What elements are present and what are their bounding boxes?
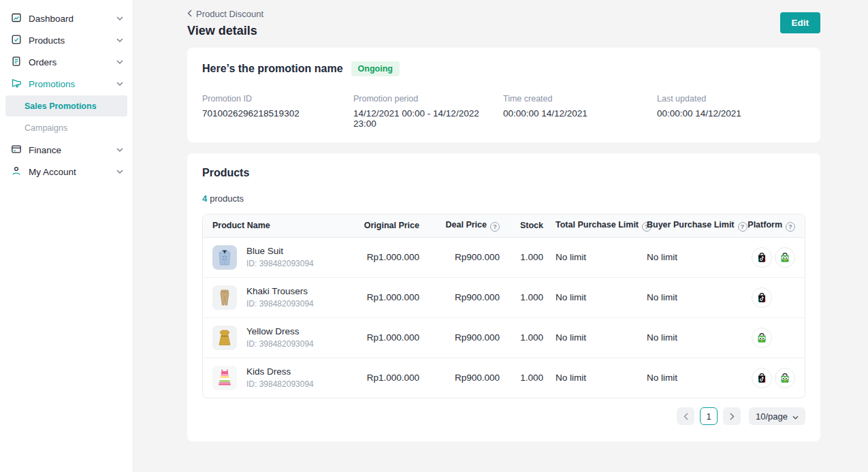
finance-icon [11, 144, 22, 157]
page-size-dropdown[interactable]: 10/page [749, 407, 805, 425]
dashboard-icon [11, 12, 22, 25]
promotion-summary-card: Here’s the promotion name Ongoing Promot… [187, 48, 820, 142]
table-header-row: Product Name Original Price Deal Price S… [203, 215, 805, 237]
sidebar-item-sales-promotions[interactable]: Sales Promotions [5, 95, 127, 116]
column-header-stock: Stock [500, 215, 543, 237]
products-count-suffix: products [210, 193, 244, 204]
last-updated-field: Last updated 00:00:00 14/12/2021 [657, 94, 805, 129]
table-row: Kids Dress ID: 398482093094 Rp1.000.000 … [203, 358, 805, 398]
chevron-down-icon [116, 82, 123, 86]
promotion-id-field: Promotion ID 7010026296218519302 [202, 94, 353, 129]
field-value: 14/12/2021 00:00 - 14/12/2022 23:00 [353, 108, 503, 129]
chevron-down-icon [116, 38, 123, 42]
stock: 1.000 [500, 317, 543, 358]
platform-icons [752, 287, 795, 308]
tiktok-shop-icon [752, 247, 772, 268]
chevron-down-icon [792, 411, 799, 422]
total-purchase-limit: No limit [543, 237, 647, 277]
sidebar-item-finance[interactable]: Finance [0, 139, 133, 161]
original-price: Rp1.000.000 [351, 237, 419, 277]
tiktok-shop-icon [752, 368, 772, 388]
sidebar-item-dashboard[interactable]: Dashboard [0, 7, 133, 29]
buyer-purchase-limit: No limit [647, 237, 748, 277]
product-name: Yellow Dress [246, 326, 314, 336]
original-price: Rp1.000.000 [351, 317, 419, 358]
field-value: 00:00:00 14/12/2021 [657, 108, 805, 119]
chevron-down-icon [116, 148, 123, 152]
deal-price: Rp900.000 [419, 358, 500, 398]
chevron-down-icon [116, 60, 123, 64]
deal-price: Rp900.000 [419, 317, 500, 358]
sub-item-label: Campaigns [25, 123, 67, 133]
stock: 1.000 [500, 277, 543, 317]
previous-page-button[interactable] [677, 407, 694, 425]
help-icon[interactable] [738, 222, 748, 232]
account-icon [11, 166, 22, 178]
sidebar-item-promotions[interactable]: Promotions [0, 73, 133, 95]
page-number-button[interactable]: 1 [700, 407, 718, 425]
tiktok-shop-icon [752, 287, 772, 308]
product-id: ID: 398482093094 [246, 379, 314, 389]
field-value: 00:00:00 14/12/2021 [503, 108, 657, 119]
breadcrumb[interactable]: Product Discount [187, 9, 263, 19]
time-created-field: Time created 00:00:00 14/12/2021 [503, 94, 657, 129]
sidebar-item-label: Orders [29, 57, 57, 67]
chevron-down-icon [116, 170, 123, 174]
platform-icons [752, 368, 795, 388]
status-badge: Ongoing [351, 61, 400, 76]
field-label: Promotion ID [202, 94, 353, 104]
product-thumbnail [212, 285, 237, 310]
edit-button[interactable]: Edit [780, 12, 821, 33]
sidebar-item-products[interactable]: Products [0, 29, 133, 51]
column-header-product-name: Product Name [203, 215, 351, 237]
products-table: Product Name Original Price Deal Price S… [202, 214, 805, 398]
product-name: Blue Suit [246, 246, 314, 256]
help-icon[interactable] [786, 222, 795, 232]
page-title: View details [187, 24, 263, 38]
product-thumbnail [212, 366, 237, 390]
product-id: ID: 398482093094 [246, 339, 314, 349]
column-header-original-price: Original Price [351, 215, 419, 237]
original-price: Rp1.000.000 [351, 358, 419, 398]
platform-icons [752, 328, 795, 348]
column-header-deal-price: Deal Price [419, 215, 500, 237]
tokopedia-icon [752, 328, 772, 348]
products-section-title: Products [202, 167, 805, 179]
table-row: Yellow Dress ID: 398482093094 Rp1.000.00… [203, 317, 805, 358]
tokopedia-icon [775, 368, 795, 388]
page-header: Product Discount View details Edit [187, 9, 820, 38]
help-icon[interactable] [490, 222, 500, 232]
sidebar-item-orders[interactable]: Orders [0, 51, 133, 73]
buyer-purchase-limit: No limit [647, 277, 748, 317]
platform-icons [752, 247, 795, 268]
product-thumbnail [212, 245, 237, 270]
next-page-button[interactable] [723, 407, 741, 425]
product-id: ID: 398482093094 [246, 259, 314, 268]
sub-item-label: Sales Promotions [25, 101, 97, 111]
stock: 1.000 [500, 358, 543, 398]
breadcrumb-label: Product Discount [196, 9, 263, 19]
products-icon [11, 34, 22, 47]
tokopedia-icon [775, 247, 795, 268]
product-name: Kids Dress [246, 366, 314, 377]
page-size-label: 10/page [756, 411, 788, 422]
total-purchase-limit: No limit [543, 358, 647, 398]
table-row: Khaki Trousers ID: 398482093094 Rp1.000.… [203, 277, 805, 317]
orders-icon [11, 56, 22, 69]
total-purchase-limit: No limit [543, 277, 647, 317]
sidebar-item-label: My Account [29, 167, 76, 177]
product-name: Khaki Trousers [246, 286, 314, 296]
total-purchase-limit: No limit [543, 317, 647, 358]
sidebar-item-my-account[interactable]: My Account [0, 161, 133, 183]
promotion-period-field: Promotion period 14/12/2021 00:00 - 14/1… [353, 94, 503, 129]
products-count: 4products [202, 193, 805, 204]
chevron-down-icon [116, 16, 123, 20]
main-content: Product Discount View details Edit Here’… [133, 0, 868, 472]
table-row: Blue Suit ID: 398482093094 Rp1.000.000 R… [203, 237, 805, 277]
promotion-name: Here’s the promotion name [202, 63, 343, 75]
deal-price: Rp900.000 [419, 277, 500, 317]
products-count-number: 4 [202, 193, 207, 204]
original-price: Rp1.000.000 [351, 277, 419, 317]
sidebar-item-campaigns[interactable]: Campaigns [5, 117, 127, 138]
product-thumbnail [212, 326, 237, 350]
